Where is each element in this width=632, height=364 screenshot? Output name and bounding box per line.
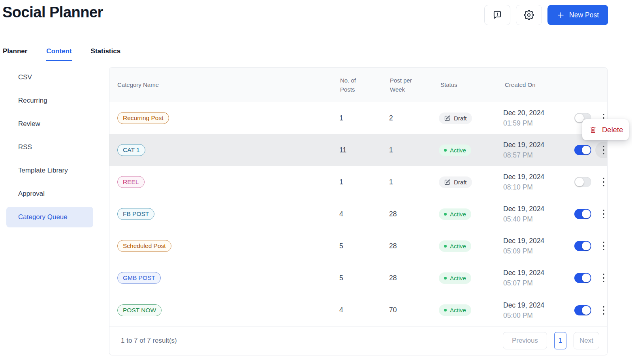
tab-bar: PlannerContentStatistics xyxy=(0,43,608,61)
column-header-category-name: Category Name xyxy=(109,80,339,89)
sidebar-item-category-queue[interactable]: Category Queue xyxy=(6,207,93,227)
active-dot-icon xyxy=(444,149,447,152)
status-badge: Active xyxy=(439,304,471,316)
sidebar-item-csv[interactable]: CSV xyxy=(6,67,93,88)
feedback-bubble-icon xyxy=(492,10,502,20)
category-enabled-toggle[interactable] xyxy=(574,305,591,315)
delete-menu-item[interactable]: Delete xyxy=(602,126,623,134)
sidebar: CSVRecurringReviewRSSTemplate LibraryApp… xyxy=(6,67,93,230)
status-badge: Draft xyxy=(439,113,472,124)
header-actions: New Post xyxy=(484,5,608,25)
page-number-button[interactable]: 1 xyxy=(554,332,566,349)
created-date: Dec 19, 2024 xyxy=(503,300,564,310)
category-enabled-toggle[interactable] xyxy=(574,273,591,283)
posts-count: 1 xyxy=(339,114,388,122)
column-header-post-per-week: Post per Week xyxy=(388,76,439,94)
new-post-button[interactable]: New Post xyxy=(547,5,608,25)
row-menu-button[interactable] xyxy=(595,206,608,222)
status-badge: Active xyxy=(439,272,471,284)
status-label: Active xyxy=(450,211,466,218)
posts-count: 4 xyxy=(339,210,388,218)
created-time: 05:00 PM xyxy=(503,310,564,321)
category-badge: CAT 1 xyxy=(117,144,145,156)
sidebar-item-rss[interactable]: RSS xyxy=(6,137,93,158)
category-badge: FB POST xyxy=(117,208,154,220)
feedback-button[interactable] xyxy=(484,5,510,25)
posts-per-week: 28 xyxy=(388,210,439,218)
gear-icon xyxy=(524,10,534,20)
category-enabled-toggle[interactable] xyxy=(574,145,591,155)
tab-planner[interactable]: Planner xyxy=(2,43,28,61)
created-date: Dec 20, 2024 xyxy=(503,108,564,118)
posts-count: 5 xyxy=(339,242,388,250)
settings-button[interactable] xyxy=(516,5,542,25)
tab-statistics[interactable]: Statistics xyxy=(90,43,121,61)
posts-count: 11 xyxy=(339,146,388,154)
posts-per-week: 70 xyxy=(388,306,439,314)
sidebar-item-review[interactable]: Review xyxy=(6,114,93,134)
posts-per-week: 1 xyxy=(388,178,439,186)
table-row: GMB POST 5 28 Active Dec 19, 2024 05:07 … xyxy=(109,262,607,294)
active-dot-icon xyxy=(444,213,447,216)
column-header-status: Status xyxy=(439,80,503,89)
created-date: Dec 19, 2024 xyxy=(503,268,564,278)
category-enabled-toggle[interactable] xyxy=(574,177,591,187)
plus-icon xyxy=(557,11,564,19)
next-page-button[interactable]: Next xyxy=(574,332,599,349)
created-date: Dec 19, 2024 xyxy=(503,236,564,246)
posts-per-week: 2 xyxy=(388,114,439,122)
status-label: Draft xyxy=(454,179,467,186)
status-label: Active xyxy=(450,147,466,154)
table-row: Scheduled Post 5 28 Active Dec 19, 2024 … xyxy=(109,230,607,262)
posts-count: 5 xyxy=(339,274,388,282)
category-badge: POST NOW xyxy=(117,304,162,316)
row-menu-button[interactable] xyxy=(595,270,608,286)
row-menu-button[interactable] xyxy=(595,302,608,319)
category-badge: GMB POST xyxy=(117,272,161,284)
status-label: Draft xyxy=(454,115,467,122)
table-row: FB POST 4 28 Active Dec 19, 2024 05:40 P… xyxy=(109,198,607,230)
created-time: 05:07 PM xyxy=(503,278,564,288)
new-post-label: New Post xyxy=(569,11,599,19)
status-badge: Active xyxy=(439,144,471,156)
results-count: 1 to 7 of 7 result(s) xyxy=(121,337,177,345)
active-dot-icon xyxy=(444,309,447,311)
posts-count: 1 xyxy=(339,178,388,186)
sidebar-item-template-library[interactable]: Template Library xyxy=(6,160,93,181)
table-row: POST NOW 4 70 Active Dec 19, 2024 05:00 … xyxy=(109,294,607,326)
page-title: Social Planner xyxy=(2,4,103,21)
category-badge: REEL xyxy=(117,176,145,188)
social-planner-page: Social Planner New Post PlannerContentSt… xyxy=(0,0,632,364)
posts-per-week: 28 xyxy=(388,274,439,282)
created-date: Dec 19, 2024 xyxy=(503,140,564,150)
table-row: Recurring Post 1 2 Draft Dec 20, 2024 01… xyxy=(109,102,607,134)
posts-per-week: 1 xyxy=(388,146,439,154)
category-enabled-toggle[interactable] xyxy=(574,209,591,219)
status-label: Active xyxy=(450,275,466,281)
tab-content[interactable]: Content xyxy=(46,43,72,61)
created-date: Dec 19, 2024 xyxy=(503,172,564,182)
row-menu-button[interactable] xyxy=(595,174,608,190)
created-time: 08:57 PM xyxy=(503,150,564,160)
row-menu-button[interactable] xyxy=(595,142,608,158)
active-dot-icon xyxy=(444,277,447,280)
sidebar-item-recurring[interactable]: Recurring xyxy=(6,90,93,111)
table-header: Category NameNo. of PostsPost per WeekSt… xyxy=(109,68,607,102)
created-time: 08:10 PM xyxy=(503,182,564,192)
status-badge: Active xyxy=(439,208,471,220)
pagination: Previous 1 Next xyxy=(503,332,599,349)
column-header-created-on: Created On xyxy=(503,80,564,89)
previous-page-button[interactable]: Previous xyxy=(503,332,547,349)
category-enabled-toggle[interactable] xyxy=(574,241,591,251)
created-date: Dec 19, 2024 xyxy=(503,204,564,214)
status-label: Active xyxy=(450,307,466,313)
edit-icon xyxy=(444,115,451,122)
category-badge: Recurring Post xyxy=(117,112,169,124)
row-context-menu: Delete xyxy=(582,119,629,140)
column-header-no-of-posts: No. of Posts xyxy=(339,76,388,94)
table-row: REEL 1 1 Draft Dec 19, 2024 08:10 PM xyxy=(109,166,607,198)
sidebar-item-approval[interactable]: Approval xyxy=(6,184,93,204)
created-time: 05:09 PM xyxy=(503,246,564,256)
row-menu-button[interactable] xyxy=(595,238,608,254)
created-time: 05:40 PM xyxy=(503,214,564,224)
